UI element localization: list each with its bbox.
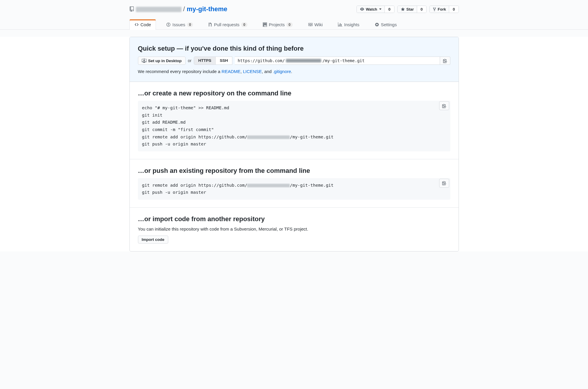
tab-issues-label: Issues [172,22,185,27]
tab-code[interactable]: Code [129,19,156,30]
tab-insights[interactable]: Insights [333,19,364,30]
fork-label: Fork [438,7,446,11]
repo-owner-link[interactable] [136,5,181,13]
import-description: You can initialize this repository with … [138,226,450,231]
repo-nav: Code Issues 0 Pull requests 0 Projects 0… [129,19,459,29]
tab-insights-label: Insights [344,22,359,27]
create-new-section: …or create a new repository on the comma… [130,82,459,159]
proto-https-button[interactable]: HTTPS [194,57,215,64]
tab-issues[interactable]: Issues 0 [161,19,198,30]
star-button[interactable]: Star [398,6,417,13]
watch-count[interactable]: 0 [384,6,394,13]
push-existing-codeblock[interactable]: git remote add origin https://github.com… [138,178,450,200]
book-icon [308,22,313,27]
import-code-button[interactable]: Import code [138,236,168,244]
projects-count: 0 [286,22,293,27]
recommend-text: We recommend every repository include a … [138,69,450,74]
fork-button-group: Fork 0 [429,6,459,13]
repo-name-link[interactable]: my-git-theme [187,5,227,13]
watch-button[interactable]: Watch [357,6,385,13]
repo-title: / my-git-theme [129,5,227,13]
chevron-down-icon [379,9,382,10]
tab-wiki-label: Wiki [314,22,323,27]
fork-count[interactable]: 0 [449,6,458,13]
readme-link[interactable]: README [221,69,240,74]
push-existing-section: …or push an existing repository from the… [130,159,459,208]
create-new-codeblock[interactable]: echo "# my-git-theme" >> README.md git i… [138,101,450,151]
push-existing-heading: …or push an existing repository from the… [138,167,450,175]
tab-wiki[interactable]: Wiki [303,19,328,30]
star-count[interactable]: 0 [417,6,426,13]
clone-url-input[interactable]: https://github.com//my-git-theme.git [235,57,440,65]
repo-icon [129,6,134,12]
quick-setup-section: Quick setup — if you've done this kind o… [130,37,459,82]
fork-button[interactable]: Fork [430,6,449,13]
proto-ssh-button[interactable]: SSH [215,57,232,64]
or-text: or [188,58,191,63]
setup-desktop-label: Set up in Desktop [148,59,182,63]
watch-button-group: Watch 0 [357,6,394,13]
tab-settings[interactable]: Settings [370,19,402,30]
issues-count: 0 [187,22,193,27]
quick-setup-heading: Quick setup — if you've done this kind o… [138,45,450,52]
tab-settings-label: Settings [381,22,397,27]
gear-icon [375,22,379,27]
pull-request-icon [208,22,212,27]
clipboard-icon [442,181,446,185]
tab-projects-label: Projects [269,22,285,27]
clipboard-icon [443,59,447,63]
eye-icon [360,7,364,11]
tab-pr-label: Pull requests [214,22,239,27]
page-actions: Watch 0 Star 0 Fork [357,6,459,13]
clipboard-icon [442,104,446,108]
star-icon [401,7,405,11]
gitignore-link[interactable]: .gitignore [273,69,291,74]
code-icon [134,22,139,27]
desktop-download-icon [142,58,146,63]
fork-icon [433,7,436,11]
import-heading: …or import code from another repository [138,215,450,223]
repo-setup-box: Quick setup — if you've done this kind o… [129,37,459,251]
tab-projects[interactable]: Projects 0 [258,19,298,30]
license-link[interactable]: LICENSE [243,69,262,74]
tab-code-label: Code [141,22,151,27]
star-button-group: Star 0 [397,6,427,13]
copy-url-button[interactable] [440,57,450,65]
import-code-label: Import code [142,237,164,242]
protocol-switcher: HTTPS SSH [194,57,232,65]
graph-icon [338,22,342,27]
copy-create-commands-button[interactable] [439,101,449,110]
copy-push-commands-button[interactable] [439,179,449,188]
project-icon [263,22,267,27]
import-section: …or import code from another repository … [130,208,459,251]
tab-pull-requests[interactable]: Pull requests 0 [203,19,252,30]
pr-count: 0 [241,22,247,27]
watch-label: Watch [366,7,377,11]
create-new-heading: …or create a new repository on the comma… [138,90,450,97]
star-label: Star [407,7,414,11]
issue-icon [166,22,171,27]
repo-separator: / [183,5,185,13]
setup-desktop-button[interactable]: Set up in Desktop [138,57,186,65]
